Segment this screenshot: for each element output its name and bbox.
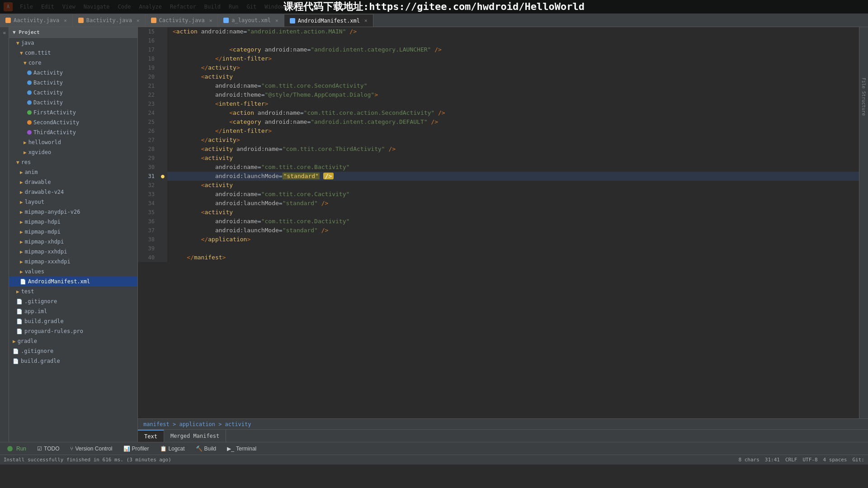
line-num-20: 20 — [138, 72, 158, 81]
menu-run[interactable]: Run — [225, 3, 242, 11]
code-text-16 — [167, 36, 859, 45]
tree-item-anim[interactable]: ▶ anim — [9, 167, 137, 177]
code-text-17: <category android:name="android.intent.c… — [167, 45, 859, 54]
code-text-33: android:name="com.ttit.core.Cactivity" — [167, 190, 859, 199]
gutter-15 — [158, 27, 167, 36]
tree-item-androidmanifest[interactable]: 📄 AndroidManifest.xml — [9, 277, 137, 286]
tree-item-mipmap-xxxhdpi[interactable]: ▶ mipmap-xxxhdpi — [9, 257, 137, 267]
tree-item-mipmap-xxhdpi[interactable]: ▶ mipmap-xxhdpi — [9, 247, 137, 257]
tree-item-appiml[interactable]: 📄 app.iml — [9, 306, 137, 316]
tree-item-drawable[interactable]: ▶ drawable — [9, 177, 137, 187]
close-tab-icon[interactable]: ✕ — [137, 18, 140, 23]
tab-text[interactable]: Text — [138, 430, 164, 442]
terminal-button[interactable]: ▶_ Terminal — [223, 445, 260, 453]
line-num-28: 28 — [138, 145, 158, 154]
code-text-31: android:launchMode="standard" /> — [167, 172, 859, 181]
menu-refactor[interactable]: Refactor — [166, 3, 200, 11]
menu-code[interactable]: Code — [114, 3, 135, 11]
tree-item-proguard[interactable]: 📄 proguard-rules.pro — [9, 326, 137, 336]
tree-item-aactivity[interactable]: Aactivity — [9, 68, 137, 78]
tree-item-mipmap-hdpi[interactable]: ▶ mipmap-hdpi — [9, 217, 137, 227]
tree-item-values[interactable]: ▶ values — [9, 267, 137, 277]
tree-item-java[interactable]: ▼ java — [9, 38, 137, 48]
tree-item-dactivity[interactable]: Dactivity — [9, 98, 137, 108]
code-text-35: <activity — [167, 208, 859, 217]
folder-label: gradle — [18, 338, 37, 344]
folder-icon: ▼ — [20, 50, 23, 56]
status-bar: Install successfully finished in 616 ms.… — [0, 455, 868, 465]
menu-view[interactable]: View — [59, 3, 79, 11]
tree-item-mipmap-mdpi[interactable]: ▶ mipmap-mdpi — [9, 227, 137, 237]
tree-item-firstactivity[interactable]: FirstActivity — [9, 108, 137, 117]
breadcrumb-manifest: manifest > application > activity — [143, 421, 251, 427]
line-num-32: 32 — [138, 181, 158, 190]
editor-area: 15 <action android:name="android.intent.… — [138, 27, 868, 442]
code-line-36: 36 android:name="com.ttit.core.Dactivity… — [138, 217, 859, 226]
tree-item-gitignore2[interactable]: 📄 .gitignore — [9, 346, 137, 356]
tree-item-xgvideo[interactable]: ▶ xgvideo — [9, 147, 137, 157]
code-line-22: 22 android:theme="@style/Theme.AppCompat… — [138, 90, 859, 99]
activity-dot-icon — [27, 110, 32, 115]
tree-item-gitignore1[interactable]: 📄 .gitignore — [9, 296, 137, 306]
breadcrumb-bar: manifest > application > activity — [138, 418, 868, 429]
tree-item-cactivity[interactable]: Cactivity — [9, 88, 137, 98]
tree-item-buildgradle2[interactable]: 📄 build.gradle — [9, 356, 137, 366]
tree-item-buildgradle1[interactable]: 📄 build.gradle — [9, 316, 137, 326]
gradle-file-icon: 📄 — [16, 319, 23, 324]
tab-aactivity[interactable]: Aactivity.java ✕ — [0, 14, 73, 27]
file-label: proguard-rules.pro — [24, 328, 83, 334]
gutter-36 — [158, 217, 167, 226]
folder-label: com.ttit — [25, 50, 51, 56]
tab-manifest[interactable]: AndroidManifest.xml ✕ — [284, 14, 373, 27]
close-tab-icon[interactable]: ✕ — [275, 18, 278, 23]
close-tab-icon[interactable]: ✕ — [64, 18, 67, 23]
tree-item-mipmap-xhdpi[interactable]: ▶ mipmap-xhdpi — [9, 237, 137, 247]
folder-label: mipmap-xhdpi — [25, 239, 64, 245]
tree-item-gradle[interactable]: ▶ gradle — [9, 336, 137, 346]
profiler-button[interactable]: 📊 Profiler — [120, 445, 153, 453]
code-view[interactable]: 15 <action android:name="android.intent.… — [138, 27, 859, 418]
tree-item-mipmap-any[interactable]: ▶ mipmap-anydpi-v26 — [9, 207, 137, 217]
menu-edit[interactable]: Edit — [38, 3, 58, 11]
tree-item-bactivity[interactable]: Bactivity — [9, 78, 137, 88]
close-tab-icon[interactable]: ✕ — [364, 18, 368, 23]
code-line-35: 35 <activity — [138, 208, 859, 217]
menu-build[interactable]: Build — [201, 3, 224, 11]
gutter-40 — [158, 253, 167, 262]
tabs-bar: Aactivity.java ✕ Bactivity.java ✕ Cactiv… — [0, 14, 868, 27]
tab-bactivity[interactable]: Bactivity.java ✕ — [73, 14, 146, 27]
sidebar-toggle-icon[interactable]: ≡ — [1, 29, 8, 36]
menu-help[interactable]: Help — [289, 3, 309, 11]
tree-item-comttit[interactable]: ▼ com.ttit — [9, 48, 137, 58]
code-line-19: 19 </activity> — [138, 63, 859, 72]
close-tab-icon[interactable]: ✕ — [209, 18, 212, 23]
tree-item-helloworld[interactable]: ▶ helloworld — [9, 137, 137, 147]
file-label: AndroidManifest.xml — [28, 278, 90, 285]
menu-file[interactable]: File — [16, 3, 37, 11]
build-button[interactable]: 🔨 Build — [192, 445, 220, 453]
tab-cactivity[interactable]: Cactivity.java ✕ — [146, 14, 218, 27]
tab-merged-manifest[interactable]: Merged Manifest — [164, 430, 226, 442]
gutter-24 — [158, 108, 167, 117]
tree-item-thirdactivity[interactable]: ThirdActivity — [9, 127, 137, 137]
menu-navigate[interactable]: Navigate — [80, 3, 113, 11]
menu-git[interactable]: Git — [243, 3, 260, 11]
activity-dot-icon — [27, 70, 32, 75]
run-button[interactable]: Run — [4, 445, 30, 453]
activity-dot-icon — [27, 100, 32, 105]
todo-button[interactable]: ☑ TODO — [33, 445, 63, 453]
tree-item-drawable-v24[interactable]: ▶ drawable-v24 — [9, 187, 137, 197]
tree-item-core[interactable]: ▼ core — [9, 58, 137, 68]
tree-item-layout[interactable]: ▶ layout — [9, 197, 137, 207]
version-control-button[interactable]: ⑂ Version Control — [66, 445, 116, 453]
code-line-32: 32 <activity — [138, 181, 859, 190]
tree-item-res[interactable]: ▼ res — [9, 157, 137, 167]
tree-item-test[interactable]: ▶ test — [9, 286, 137, 296]
code-text-15: <action android:name="android.intent.act… — [167, 27, 859, 36]
logcat-button[interactable]: 📋 Logcat — [156, 445, 189, 453]
xml-file-icon: 📄 — [20, 279, 26, 285]
tab-alayout[interactable]: a_layout.xml ✕ — [218, 14, 284, 27]
tree-item-secondactivity[interactable]: SecondActivity — [9, 117, 137, 127]
menu-window[interactable]: Window — [261, 3, 288, 11]
menu-analyze[interactable]: Analyze — [135, 3, 165, 11]
